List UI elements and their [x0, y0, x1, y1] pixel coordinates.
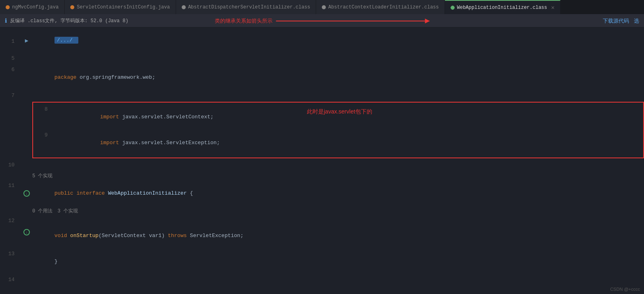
code-line-14: 14 [0, 275, 644, 286]
line-content-13: } [32, 249, 644, 275]
tab-mvc[interactable]: ngMvcConfig.java [0, 0, 65, 14]
code-line-7: 7 [0, 90, 644, 102]
line-num-11: 11 [0, 181, 21, 206]
semi-12: ; [240, 233, 243, 239]
keyword-import-2: import [100, 140, 122, 146]
line-content-11: public interface WebApplicationInitializ… [32, 181, 644, 206]
info-bar: ℹ 反编译 .class文件, 字节码版本: 52.0 (Java 8) 类的继… [0, 15, 644, 27]
tab-label-servlet: ServletContainersInitConfig.java [77, 4, 170, 10]
line-num-6: 6 [0, 65, 21, 90]
select-action-button[interactable]: 选 [634, 17, 639, 25]
paren-close: ) [162, 233, 168, 239]
tab-dot-servlet [70, 5, 74, 9]
expand-icon[interactable]: ▶ [25, 37, 28, 44]
code-line-11: 11 ↓ public interface WebApplicationInit… [0, 181, 644, 206]
semi-9: ; [217, 140, 220, 146]
line-content-7 [32, 90, 644, 102]
line-content-5 [32, 53, 644, 65]
csdn-watermark: CSDN @+cccc [610, 287, 640, 292]
keyword-void: void [55, 233, 70, 239]
impl-icon-11[interactable]: ↓ [23, 190, 30, 197]
line-num-9: 9 [33, 130, 54, 156]
line-content-6: package org.springframework.web; [32, 65, 644, 90]
line-content-9: import javax.servlet.ServletException; [65, 130, 643, 156]
keyword-package: package [55, 74, 80, 80]
exception-type: ServletException [190, 233, 240, 239]
semi-8: ; [210, 114, 214, 120]
gutter-7 [21, 90, 32, 102]
path-badge: /.../ [55, 37, 78, 44]
line-num-8: 8 [33, 104, 54, 130]
import-block-container: 8 import javax.servlet.ServletContext; 9… [0, 102, 644, 158]
gutter-11[interactable]: ↓ [21, 181, 32, 206]
import-class-2: javax.servlet.ServletException [122, 140, 217, 146]
code-line-13: 13 } [0, 249, 644, 275]
impl-icon-12[interactable]: ↓ [23, 229, 30, 235]
gutter-14 [21, 275, 32, 286]
gutter-5 [21, 53, 32, 65]
line-num-13: 13 [0, 249, 21, 275]
package-name: org.springframework.web [80, 74, 152, 80]
tab-dot-webapp [451, 6, 455, 10]
impl-count-label: 5 个实现 [32, 172, 52, 179]
tab-close-icon[interactable]: ✕ [551, 4, 554, 11]
brace-open-11: { [187, 190, 193, 196]
line-num-5: 5 [0, 53, 21, 65]
keyword-public-11: public [55, 190, 77, 196]
tab-dot-mvc [6, 5, 10, 9]
meta-row-methods: 0 个用法 3 个实现 [0, 206, 644, 216]
gutter-1: ▶ [21, 37, 32, 44]
tab-abstract-context[interactable]: AbstractContextLoaderInitializer.class [316, 0, 445, 14]
tab-dot-context [322, 5, 326, 9]
line-num-7: 7 [0, 90, 21, 102]
line-num-1: 1 [0, 36, 21, 44]
keyword-interface: interface [76, 190, 108, 196]
arrow-label: 类的继承关系如箭头所示 [215, 17, 273, 25]
line-content-1: /.../ [32, 27, 644, 53]
param-name: var1 [149, 233, 162, 239]
tab-webapp-init[interactable]: WebApplicationInitializer.class ✕ [445, 0, 561, 14]
interface-name: WebApplicationInitializer [108, 190, 187, 196]
method-onstartup: onStartup [70, 233, 99, 239]
tab-abstract-dispatcher[interactable]: AbstractDispatcherServletInitializer.cla… [176, 0, 316, 14]
import-annotation: 此时是javax.servlet包下的 [307, 108, 372, 116]
info-text: 反编译 .class文件, 字节码版本: 52.0 (Java 8) [10, 17, 128, 24]
gutter-12[interactable]: ↓ [21, 216, 32, 249]
code-line-5: 5 [0, 53, 644, 65]
code-line-9: 9 import javax.servlet.ServletException; [33, 130, 643, 156]
code-line-10: 10 [0, 160, 644, 171]
tab-label-dispatcher: AbstractDispatcherServletInitializer.cla… [188, 4, 310, 10]
gutter-6 [21, 65, 32, 90]
line-content-10 [32, 160, 644, 171]
tab-label-context: AbstractContextLoaderInitializer.class [328, 4, 439, 10]
code-line-6: 6 package org.springframework.web; [0, 65, 644, 90]
brace-close-13: } [55, 258, 58, 265]
paren-open: ( [99, 233, 102, 239]
gutter-8 [54, 104, 65, 130]
line-num-14: 14 [0, 275, 21, 286]
gutter-10 [21, 160, 32, 171]
line-content-14 [32, 275, 644, 286]
download-source-button[interactable]: 下载源代码 [603, 17, 629, 25]
tab-servlet-containers[interactable]: ServletContainersInitConfig.java [65, 0, 176, 14]
line-num-10: 10 [0, 160, 21, 171]
semicolon-6: ; [152, 74, 155, 80]
keyword-import-1: import [100, 114, 122, 120]
right-actions: 下载源代码 选 [603, 17, 639, 25]
editor: 1 ▶ /.../ 5 6 package org.springframewor… [0, 27, 644, 294]
code-line-1: 1 ▶ /.../ [0, 27, 644, 53]
impl-label: 3 个实现 [57, 208, 78, 214]
gutter-9 [54, 130, 65, 156]
code-line-12: 12 ↓ void onStartup(ServletContext var1)… [0, 216, 644, 249]
param-type: ServletContext [102, 233, 149, 239]
tab-bar: ngMvcConfig.java ServletContainersInitCo… [0, 0, 644, 15]
import-class-1: javax.servlet.ServletContext [122, 114, 210, 120]
tab-dot-dispatcher [182, 5, 186, 9]
tab-label-mvc: ngMvcConfig.java [12, 4, 59, 10]
keyword-throws: throws [168, 233, 190, 239]
arrow-annotation: 类的继承关系如箭头所示 [215, 17, 429, 25]
methods-label: 0 个用法 [32, 208, 52, 214]
line-num-12: 12 [0, 216, 21, 249]
tab-label-webapp: WebApplicationInitializer.class [457, 5, 547, 10]
gutter-13 [21, 249, 32, 275]
